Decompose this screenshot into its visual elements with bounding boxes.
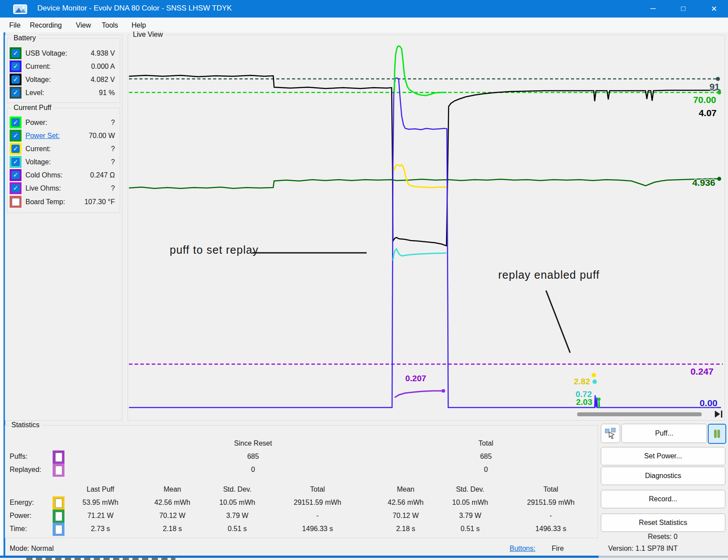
- since-reset-header: Since Reset: [216, 439, 290, 447]
- replayed-since-reset: 0: [216, 466, 290, 474]
- window-edge-gap: [0, 32, 4, 558]
- puffs-label: Puffs:: [10, 453, 28, 461]
- energy-last-puff: 53.95 mWh: [63, 499, 138, 507]
- window-bottom-border-right: [599, 556, 728, 558]
- puff-current-line: [394, 165, 446, 188]
- power-stddev-2: 3.79 W: [433, 512, 507, 520]
- set-power-button[interactable]: Set Power...: [601, 447, 725, 465]
- puff-voltage-swatch: ✓: [10, 156, 21, 168]
- time-stddev-2: 0.51 s: [433, 525, 507, 533]
- battery-current-value: 0.000 A: [61, 63, 115, 71]
- replayed-checkbox[interactable]: [55, 466, 62, 475]
- chart-scrollbar-thumb[interactable]: [577, 412, 702, 416]
- battery-level-checkbox[interactable]: ✓: [11, 89, 20, 97]
- battery-voltage-value: 4.082 V: [61, 76, 115, 84]
- board-temp-swatch: [10, 196, 21, 208]
- menu-help[interactable]: Help: [131, 20, 147, 31]
- close-button[interactable]: ✕: [703, 0, 724, 18]
- col-mean-2: Mean: [368, 486, 443, 493]
- energy-checkbox[interactable]: [55, 499, 62, 508]
- current-puff-group-title: Current Puff: [11, 104, 54, 112]
- energy-mean-2: 42.56 mWh: [368, 499, 443, 507]
- battery-voltage-line: [129, 75, 721, 246]
- puff-power-value: ?: [61, 119, 115, 127]
- col-stddev-1: Std. Dev.: [200, 486, 275, 493]
- time-stddev-1: 0.51 s: [200, 525, 275, 533]
- power-checkbox[interactable]: [55, 512, 62, 521]
- live-view-chart: [128, 35, 724, 419]
- battery-voltage-checkbox[interactable]: ✓: [11, 75, 20, 84]
- time-checkbox[interactable]: [55, 525, 62, 534]
- live-ohms-checkbox[interactable]: ✓: [11, 184, 20, 192]
- annotation-puff-to-set: puff to set replay: [170, 244, 258, 256]
- cold-ohms-checkbox[interactable]: ✓: [11, 171, 20, 179]
- replay-power-label: 2.03: [564, 397, 604, 407]
- puffs-swatch: [53, 450, 64, 464]
- pointer-tool-icon: [604, 427, 617, 439]
- time-mean-2: 2.18 s: [368, 525, 443, 533]
- version-text: Version: 1.1 SP78 INT: [606, 545, 680, 553]
- energy-stddev-1: 10.05 mWh: [200, 499, 275, 507]
- usb-voltage-swatch: ✓: [10, 47, 21, 59]
- maximize-button[interactable]: □: [673, 0, 694, 18]
- time-label: Time:: [10, 525, 27, 533]
- puff-power-checkbox[interactable]: ✓: [11, 118, 20, 127]
- battery-level-swatch: ✓: [10, 87, 21, 99]
- power-set-checkbox[interactable]: ✓: [11, 131, 20, 140]
- usb-voltage-checkbox[interactable]: ✓: [11, 49, 20, 57]
- energy-swatch: [53, 496, 64, 510]
- title-bar: Device Monitor - Evolv DNA 80 Color - SN…: [0, 0, 728, 18]
- puff-power-line: [394, 46, 446, 96]
- puffs-total: 685: [449, 453, 523, 461]
- puff-current-checkbox[interactable]: ✓: [11, 145, 20, 153]
- puff-power-swatch: ✓: [10, 117, 21, 128]
- power-mean-1: 70.12 W: [135, 512, 210, 520]
- menu-bar: File Recording View Tools Help: [0, 18, 728, 33]
- pause-button[interactable]: [708, 424, 726, 444]
- puff-voltage-checkbox[interactable]: ✓: [11, 158, 20, 166]
- buttons-value: Fire: [552, 545, 564, 553]
- power-set-swatch: ✓: [10, 130, 21, 142]
- puff-power-label: Power:: [25, 119, 47, 127]
- voltage-value-label: 4.07: [699, 108, 717, 118]
- menu-view[interactable]: View: [75, 20, 92, 31]
- cold-ohms-value: 0.247 Ω: [61, 171, 115, 179]
- power-mean-2: 70.12 W: [368, 512, 443, 520]
- menu-recording[interactable]: Recording: [29, 20, 63, 31]
- power-stddev-1: 3.79 W: [200, 512, 275, 520]
- energy-label: Energy:: [10, 499, 34, 507]
- window-title: Device Monitor - Evolv DNA 80 Color - SN…: [37, 4, 232, 13]
- reset-statistics-button[interactable]: Reset Statistics: [601, 514, 725, 532]
- battery-voltage-swatch: ✓: [10, 74, 21, 85]
- power-set-link[interactable]: Power Set:: [25, 132, 60, 140]
- time-mean-1: 2.18 s: [135, 525, 210, 533]
- annotation-line-replay: [546, 291, 570, 353]
- time-swatch: [53, 523, 64, 536]
- power-total-1: -: [280, 512, 355, 520]
- minimize-button[interactable]: ─: [642, 0, 664, 18]
- diagnostics-button[interactable]: Diagnostics: [601, 467, 725, 485]
- puffs-since-reset: 685: [216, 453, 290, 461]
- puff-current-value: ?: [61, 145, 115, 153]
- power-last-puff: 71.21 W: [63, 512, 138, 520]
- battery-current-checkbox[interactable]: ✓: [11, 62, 20, 71]
- menu-tools[interactable]: Tools: [101, 20, 119, 31]
- buttons-link[interactable]: Buttons:: [510, 545, 535, 553]
- puffs-checkbox[interactable]: [55, 453, 62, 462]
- pointer-tool-button[interactable]: [601, 424, 620, 443]
- current-value-label: 0.00: [699, 398, 717, 408]
- live-ohms-value: ?: [61, 184, 115, 192]
- menu-file[interactable]: File: [8, 20, 21, 31]
- power-set-value-label: 70.00: [693, 95, 716, 105]
- annotation-replay-enabled: replay enabled puff: [498, 269, 600, 281]
- record-button[interactable]: Record...: [601, 490, 725, 508]
- device-monitor-window: { "window": { "title": "Device Monitor -…: [0, 0, 728, 560]
- statistics-group-title: Statistics: [9, 421, 42, 429]
- board-temp-label: Board Temp:: [25, 198, 65, 206]
- puff-button[interactable]: Puff...: [621, 424, 707, 443]
- replayed-swatch: [53, 464, 64, 477]
- board-temp-checkbox[interactable]: [12, 198, 20, 206]
- puff-voltage-line: [393, 249, 446, 261]
- chart-scroll-end-icon[interactable]: [715, 411, 722, 418]
- col-total-1: Total: [280, 486, 355, 493]
